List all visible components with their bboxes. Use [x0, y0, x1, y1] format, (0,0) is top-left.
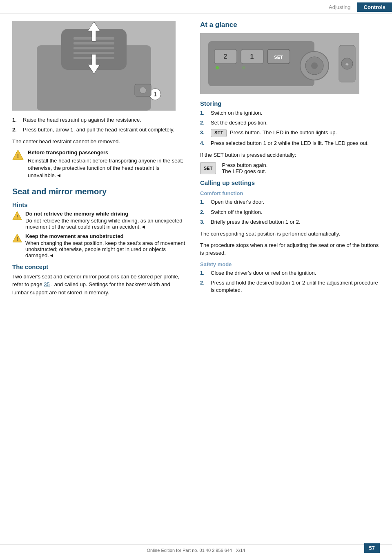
header-adjusting-label: Adjusting	[322, 2, 357, 12]
safety-mode-title: Safety mode	[200, 261, 380, 267]
storing-title: Storing	[200, 100, 380, 107]
set-button-inline-1: SET	[211, 129, 227, 137]
svg-point-32	[242, 66, 245, 69]
hints-warning-icon-2: !	[12, 233, 22, 244]
page-number: 57	[364, 543, 380, 553]
svg-point-31	[216, 66, 219, 69]
svg-rect-4	[74, 42, 114, 44]
concept-page-link[interactable]: 35	[44, 281, 49, 287]
set-accidentally-text: Press button again. The LED goes out.	[222, 162, 267, 174]
set-accidentally-block: SET Press button again. The LED goes out…	[200, 162, 380, 174]
svg-text:!: !	[17, 153, 19, 159]
svg-rect-5	[74, 47, 114, 49]
svg-text:2: 2	[224, 53, 227, 60]
svg-text:1: 1	[154, 91, 157, 98]
right-column: At a glance 2 1 SET	[200, 21, 380, 300]
hints-subtitle: Hints	[12, 201, 188, 208]
svg-text:!: !	[16, 214, 18, 220]
hints-warning-2: ! Keep the movement area unobstructed Wh…	[12, 233, 188, 258]
svg-point-13	[140, 87, 146, 93]
footer-text: Online Edition for Part no. 01 40 2 956 …	[147, 548, 245, 553]
svg-text:SET: SET	[274, 55, 283, 60]
comfort-step-1: 1. Open the driver's door.	[200, 198, 380, 206]
center-note: The center head restraint cannot be remo…	[12, 138, 188, 146]
seat-memory-buttons-image: 2 1 SET ◈	[200, 33, 359, 94]
warning-box-1: ! Before transporting passengers Reinsta…	[12, 149, 188, 180]
comfort-function-title: Comfort function	[200, 190, 380, 196]
step-2: 2. Press button, arrow 1, and pull the h…	[12, 126, 188, 133]
hints-warning-text-2: Keep the movement area unobstructed When…	[25, 233, 188, 258]
header-nav: Adjusting Controls	[322, 2, 392, 12]
comfort-steps: 1. Open the driver's door. 2. Switch off…	[200, 198, 380, 226]
comfort-step-3: 3. Briefly press the desired button 1 or…	[200, 218, 380, 226]
svg-text:1: 1	[250, 53, 254, 60]
seat-memory-section-title: Seat and mirror memory	[12, 187, 188, 196]
comfort-note-2: The procedure stops when a reel for adju…	[200, 241, 380, 257]
storing-step-1: 1. Switch on the ignition.	[200, 109, 380, 117]
comfort-note-1: The corresponding seat position is perfo…	[200, 230, 380, 238]
concept-subtitle: The concept	[12, 263, 188, 270]
step-1: 1. Raise the head restraint up against t…	[12, 116, 188, 124]
at-glance-title: At a glance	[200, 21, 380, 29]
storing-step-4: 4. Press selected button 1 or 2 while th…	[200, 140, 380, 147]
svg-text:◈: ◈	[345, 62, 349, 66]
warning-text-1: Before transporting passengers Reinstall…	[28, 149, 188, 180]
hints-warning-icon-1: !	[12, 211, 22, 222]
hints-warning-1: ! Do not retrieve the memory while drivi…	[12, 211, 188, 230]
set-accidentally-label: If the SET button is pressed accidentall…	[200, 151, 380, 159]
page-header: Adjusting Controls	[0, 0, 392, 14]
svg-point-30	[311, 62, 318, 69]
main-content: 1 1. Raise the head restraint up against…	[0, 21, 392, 300]
storing-step-3: 3. SET Press button. The LED in the butt…	[200, 129, 380, 137]
left-column: 1 1. Raise the head restraint up against…	[12, 21, 188, 300]
header-controls-label: Controls	[357, 2, 392, 12]
set-button-inline-2: SET	[200, 162, 216, 174]
concept-paragraph: Two driver's seat and exterior mirror po…	[12, 273, 188, 297]
svg-text:!: !	[16, 236, 18, 242]
comfort-step-2: 2. Switch off the ignition.	[200, 209, 380, 216]
warning-icon-1: !	[12, 149, 24, 162]
storing-step-2: 2. Set the desired position.	[200, 119, 380, 127]
hints-warning-text-1: Do not retrieve the memory while driving…	[25, 211, 188, 230]
safety-step-2: 2. Press and hold the desired button 1 o…	[200, 279, 380, 294]
removal-steps: 1. Raise the head restraint up against t…	[12, 116, 188, 133]
svg-rect-6	[74, 52, 114, 54]
safety-step-1: 1. Close the driver's door or reel on th…	[200, 269, 380, 277]
storing-steps: 1. Switch on the ignition. 2. Set the de…	[200, 109, 380, 147]
calling-up-title: Calling up settings	[200, 179, 380, 186]
safety-steps: 1. Close the driver's door or reel on th…	[200, 269, 380, 294]
page-footer: Online Edition for Part no. 01 40 2 956 …	[0, 544, 392, 556]
headrest-diagram-image: 1	[12, 21, 176, 111]
